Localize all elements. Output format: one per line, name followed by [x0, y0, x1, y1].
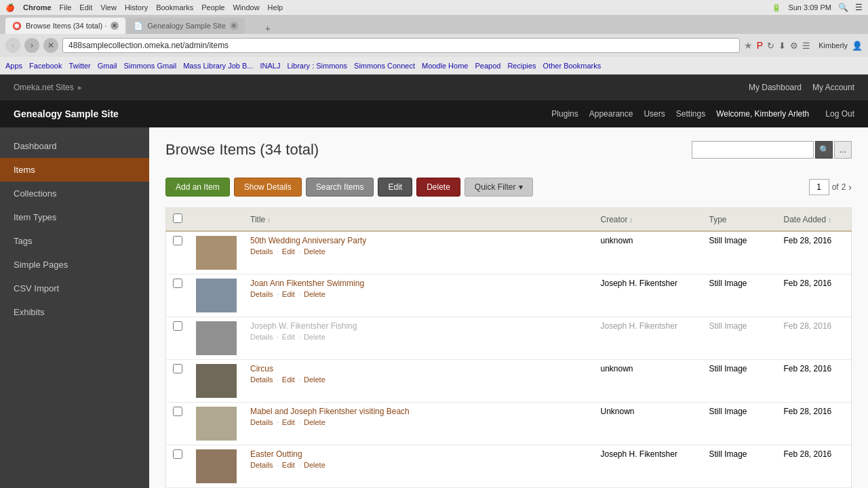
- item-title-link-4[interactable]: Mabel and Joseph Fikentsher visiting Bea…: [250, 407, 587, 416]
- bookmark-library-simmons[interactable]: Library : Simmons: [287, 62, 347, 70]
- bookmark-peapod[interactable]: Peapod: [475, 62, 500, 70]
- item-title-link-5[interactable]: Easter Outting: [250, 449, 587, 459]
- item-edit-link-2[interactable]: Edit: [282, 333, 295, 341]
- reload-btn[interactable]: ✕: [43, 38, 58, 53]
- menu-icon[interactable]: ☰: [855, 3, 863, 12]
- item-delete-link-0[interactable]: Delete: [304, 247, 326, 256]
- tab-close-items[interactable]: ✕: [111, 22, 119, 30]
- bookmark-simmons-connect[interactable]: Simmons Connect: [354, 62, 415, 70]
- item-title-link-2[interactable]: Joseph W. Fikentsher Fishing: [250, 321, 587, 331]
- omeka-sites-label[interactable]: Omeka.net Sites: [14, 83, 74, 92]
- item-details-link-5[interactable]: Details: [250, 461, 273, 469]
- search-more-btn[interactable]: ...: [834, 141, 852, 159]
- sidebar-item-simple-pages[interactable]: Simple Pages: [0, 253, 149, 277]
- item-details-link-4[interactable]: Details: [250, 418, 273, 426]
- chrome-menu-icon[interactable]: ☰: [802, 41, 810, 51]
- tab-genealogy[interactable]: 📄 Genealogy Sample Site ✕: [127, 18, 245, 34]
- bookmark-facebook[interactable]: Facebook: [29, 62, 62, 70]
- menu-chrome[interactable]: Chrome: [23, 3, 52, 12]
- item-edit-link-5[interactable]: Edit: [282, 461, 295, 469]
- new-tab-btn[interactable]: +: [261, 23, 275, 34]
- item-title-link-3[interactable]: Circus: [250, 364, 587, 373]
- search-submit-btn[interactable]: 🔍: [815, 141, 833, 159]
- search-input[interactable]: [692, 141, 814, 159]
- item-edit-link-0[interactable]: Edit: [282, 247, 295, 256]
- item-details-link-2[interactable]: Details: [250, 333, 273, 341]
- pagination-next-btn[interactable]: ›: [848, 182, 852, 192]
- row-checkbox-2[interactable]: [173, 321, 182, 331]
- menu-people[interactable]: People: [201, 3, 224, 12]
- item-details-link-3[interactable]: Details: [250, 375, 273, 384]
- bookmark-simmons-gmail[interactable]: Simmons Gmail: [124, 62, 177, 70]
- item-title-link-0[interactable]: 50th Wedding Anniversary Party: [250, 236, 587, 245]
- bookmark-twitter[interactable]: Twitter: [68, 62, 90, 70]
- nav-users[interactable]: Users: [644, 109, 665, 119]
- tab-items[interactable]: ⭕ Browse Items (34 total) · ✕: [5, 18, 125, 34]
- row-checkbox-0[interactable]: [173, 236, 182, 245]
- bookmark-mass-library[interactable]: Mass Library Job B...: [183, 62, 253, 70]
- show-details-btn[interactable]: Show Details: [234, 178, 302, 197]
- th-creator[interactable]: Creator: [594, 208, 703, 232]
- search-icon[interactable]: 🔍: [838, 3, 848, 12]
- add-item-btn[interactable]: Add an Item: [165, 178, 230, 197]
- bookmark-recipies[interactable]: Recipies: [507, 62, 536, 70]
- bookmark-inalj[interactable]: INALJ: [260, 62, 280, 70]
- item-delete-link-1[interactable]: Delete: [304, 290, 326, 298]
- nav-settings[interactable]: Settings: [676, 109, 705, 119]
- sidebar-item-items[interactable]: Items: [0, 158, 149, 182]
- row-checkbox-1[interactable]: [173, 279, 182, 288]
- nav-plugins[interactable]: Plugins: [551, 109, 578, 119]
- apple-menu[interactable]: 🍎: [5, 3, 15, 12]
- refresh-icon[interactable]: ↻: [767, 41, 774, 51]
- sidebar-item-collections[interactable]: Collections: [0, 182, 149, 205]
- tab-close-genealogy[interactable]: ✕: [230, 22, 238, 30]
- back-btn[interactable]: ‹: [5, 38, 20, 53]
- star-icon[interactable]: ★: [744, 40, 753, 51]
- row-checkbox-5[interactable]: [173, 449, 182, 459]
- menu-window[interactable]: Window: [233, 3, 259, 12]
- menu-help[interactable]: Help: [268, 3, 283, 12]
- menu-file[interactable]: File: [60, 3, 72, 12]
- select-all-checkbox[interactable]: [173, 214, 182, 223]
- my-account-link[interactable]: My Account: [812, 83, 854, 92]
- menu-view[interactable]: View: [100, 3, 117, 12]
- logout-link[interactable]: Log Out: [825, 109, 854, 119]
- delete-btn[interactable]: Delete: [416, 178, 460, 197]
- row-checkbox-3[interactable]: [173, 364, 182, 373]
- quick-filter-btn[interactable]: Quick Filter ▾: [465, 178, 533, 197]
- item-details-link-0[interactable]: Details: [250, 247, 273, 256]
- item-edit-link-1[interactable]: Edit: [282, 290, 295, 298]
- menu-history[interactable]: History: [125, 3, 148, 12]
- bookmark-other[interactable]: Other Bookmarks: [543, 62, 601, 70]
- user-icon[interactable]: 👤: [852, 41, 863, 51]
- sidebar-item-exhibits[interactable]: Exhibits: [0, 300, 149, 324]
- item-delete-link-5[interactable]: Delete: [304, 461, 326, 469]
- item-delete-link-3[interactable]: Delete: [304, 375, 326, 384]
- edit-btn[interactable]: Edit: [378, 178, 412, 197]
- item-details-link-1[interactable]: Details: [250, 290, 273, 298]
- site-title-link[interactable]: Genealogy Sample Site: [14, 108, 119, 119]
- sidebar-item-csv-import[interactable]: CSV Import: [0, 277, 149, 300]
- my-dashboard-link[interactable]: My Dashboard: [749, 83, 802, 92]
- row-checkbox-4[interactable]: [173, 407, 182, 416]
- sidebar-item-dashboard[interactable]: Dashboard: [0, 134, 149, 158]
- th-title[interactable]: Title: [243, 208, 594, 232]
- sidebar-item-item-types[interactable]: Item Types: [0, 205, 149, 229]
- settings-icon[interactable]: ⚙: [790, 41, 798, 51]
- bookmark-moodle[interactable]: Moodle Home: [422, 62, 468, 70]
- download-icon[interactable]: ⬇: [778, 41, 786, 51]
- page-current-input[interactable]: 1: [809, 179, 829, 195]
- search-items-btn[interactable]: Search Items: [306, 178, 374, 197]
- forward-btn[interactable]: ›: [24, 38, 39, 53]
- menu-edit[interactable]: Edit: [79, 3, 92, 12]
- item-edit-link-3[interactable]: Edit: [282, 375, 295, 384]
- th-date-added[interactable]: Date Added: [777, 208, 852, 232]
- item-edit-link-4[interactable]: Edit: [282, 418, 295, 426]
- pinterest-icon[interactable]: P: [757, 40, 763, 51]
- sidebar-item-tags[interactable]: Tags: [0, 229, 149, 253]
- item-delete-link-4[interactable]: Delete: [304, 418, 326, 426]
- address-bar[interactable]: 488samplecollection.omeka.net/admin/item…: [62, 38, 740, 53]
- menu-bookmarks[interactable]: Bookmarks: [156, 3, 193, 12]
- bookmark-apps[interactable]: Apps: [5, 62, 22, 70]
- item-delete-link-2[interactable]: Delete: [304, 333, 326, 341]
